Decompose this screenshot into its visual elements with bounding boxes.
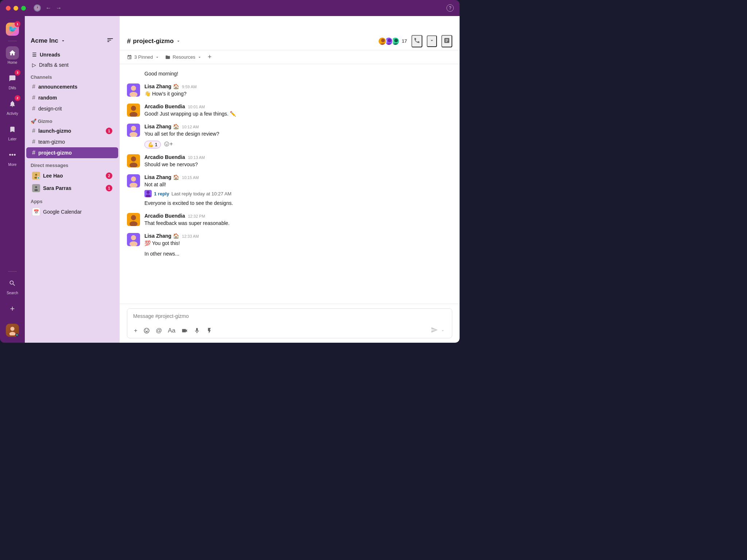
message-text: Should we be nervous? — [144, 161, 452, 168]
later-icon — [6, 123, 19, 136]
workspace-button[interactable]: 🐦 1 — [0, 19, 25, 39]
pinned-button[interactable]: 3 Pinned — [127, 54, 159, 60]
nav-back-button[interactable]: ← — [46, 5, 51, 11]
more-label: More — [8, 163, 17, 167]
reply-count: 1 reply — [154, 191, 169, 197]
member-avatar-1 — [378, 37, 387, 46]
lisa-zhang-avatar — [127, 124, 140, 137]
user-profile-button[interactable] — [0, 320, 25, 343]
hash-icon: # — [32, 83, 35, 90]
history-icon[interactable]: 🕐 — [33, 4, 41, 12]
svg-point-5 — [34, 189, 38, 191]
reply-time: Last reply today at 10:27 AM — [171, 191, 232, 197]
workspace-badge: 1 — [15, 21, 20, 27]
channel-project-gizmo[interactable]: # project-gizmo — [26, 147, 118, 158]
add-nav-item[interactable]: + — [0, 299, 25, 320]
reaction-button[interactable]: 💪 1 — [144, 141, 161, 148]
message-item: Good morning! — [127, 70, 452, 78]
attach-button[interactable]: + — [132, 326, 140, 336]
compose-button[interactable] — [107, 36, 114, 45]
later-label: Later — [8, 137, 17, 141]
members-button[interactable]: 17 — [378, 37, 407, 46]
app-google-calendar[interactable]: 📅 Google Calendar — [26, 206, 118, 218]
video-button[interactable] — [179, 326, 190, 335]
dms-nav-item[interactable]: 3 DMs — [0, 68, 25, 94]
nav-forward-button[interactable]: → — [56, 5, 62, 11]
search-icon — [6, 277, 19, 290]
minimize-button[interactable] — [13, 6, 18, 11]
channels-section-label: Channels — [25, 70, 120, 81]
channel-design-crit[interactable]: # design-crit — [26, 103, 118, 114]
svg-point-8 — [388, 39, 391, 42]
unreads-item[interactable]: ☰ Unreads — [26, 50, 118, 60]
svg-point-9 — [386, 43, 393, 46]
gizmo-section-label: 🚀 Gizmo — [25, 114, 120, 125]
message-time: 12:33 AM — [182, 234, 199, 238]
send-button[interactable] — [431, 326, 438, 335]
message-continuation: In other news... — [144, 250, 452, 258]
home-nav-item[interactable]: Home — [0, 43, 25, 68]
add-tab-button[interactable]: + — [208, 53, 212, 61]
message-author: Arcadio Buendia — [144, 213, 185, 219]
message-author: Lisa Zhang 🏠 — [144, 83, 179, 89]
unreads-icon: ☰ — [32, 52, 37, 58]
arcadio-avatar — [127, 213, 140, 226]
chat-header-right: 17 — [378, 35, 452, 47]
lisa-zhang-avatar — [127, 174, 140, 187]
activity-nav-item[interactable]: 2 Activity — [0, 94, 25, 119]
svg-point-16 — [129, 112, 138, 117]
send-options-button[interactable] — [438, 327, 448, 335]
svg-point-20 — [129, 163, 138, 167]
pinned-bar: 3 Pinned Resources + — [120, 50, 460, 64]
mention-button[interactable]: @ — [154, 326, 164, 336]
channel-random[interactable]: # random — [26, 92, 118, 103]
message-author: Lisa Zhang 🏠 — [144, 174, 179, 180]
svg-point-13 — [129, 92, 138, 97]
channel-announcements[interactable]: # announcements — [26, 81, 118, 92]
message-item: Arcadio Buendia 10:01 AM Good! Just wrap… — [127, 104, 452, 118]
lisa-zhang-avatar — [127, 233, 140, 246]
online-status-dot — [15, 333, 19, 337]
unreads-label: Unreads — [40, 52, 60, 58]
sara-parras-badge: 1 — [106, 185, 112, 191]
thread-reply-button[interactable]: 1 reply Last reply today at 10:27 AM — [144, 190, 452, 197]
message-item: Lisa Zhang 🏠 9:59 AM 👋 How's it going? — [127, 83, 452, 98]
messages-list: Good morning! Lisa Zhang 🏠 9:59 AM 👋 How… — [120, 64, 460, 304]
add-reaction-button[interactable]: + — [164, 141, 173, 147]
message-input[interactable] — [127, 309, 452, 323]
more-actions-button[interactable] — [427, 35, 437, 47]
later-nav-item[interactable]: Later — [0, 119, 25, 145]
drafts-item[interactable]: ▷ Drafts & sent — [26, 60, 118, 70]
workspace-name[interactable]: Acme Inc — [31, 37, 66, 44]
channel-header-name[interactable]: # project-gizmo — [127, 37, 181, 45]
message-author: Lisa Zhang 🏠 — [144, 124, 179, 129]
sara-parras-avatar-container — [32, 184, 40, 192]
svg-point-7 — [380, 43, 386, 46]
format-button[interactable]: Aa — [166, 326, 178, 336]
svg-point-22 — [129, 183, 138, 187]
message-time: 12:32 PM — [188, 214, 205, 218]
message-input-area: + @ Aa — [120, 304, 460, 343]
home-label: Home — [8, 61, 18, 65]
svg-point-15 — [131, 106, 136, 111]
home-icon — [6, 46, 19, 59]
dm-lee-hao[interactable]: Lee Hao 2 — [26, 170, 118, 182]
message-author: Arcadio Buendia — [144, 154, 185, 160]
help-button[interactable]: ? — [446, 4, 454, 12]
more-nav-item[interactable]: ••• More — [0, 145, 25, 170]
canvas-button[interactable] — [441, 35, 452, 47]
search-nav-item[interactable]: Search — [0, 273, 25, 299]
maximize-button[interactable] — [21, 6, 26, 11]
search-label: Search — [7, 291, 18, 295]
message-avatar-spacer — [127, 70, 140, 78]
emoji-button[interactable] — [141, 326, 152, 335]
audio-button[interactable] — [191, 326, 202, 335]
channel-launch-gizmo[interactable]: # launch-gizmo 1 — [26, 125, 118, 136]
message-time: 9:59 AM — [182, 85, 197, 89]
channel-team-gizmo[interactable]: # team-gizmo — [26, 136, 118, 147]
slash-command-button[interactable] — [204, 326, 215, 335]
dm-sara-parras[interactable]: Sara Parras 1 — [26, 182, 118, 194]
close-button[interactable] — [6, 6, 11, 11]
huddle-button[interactable] — [411, 35, 422, 47]
resources-button[interactable]: Resources — [165, 54, 202, 60]
